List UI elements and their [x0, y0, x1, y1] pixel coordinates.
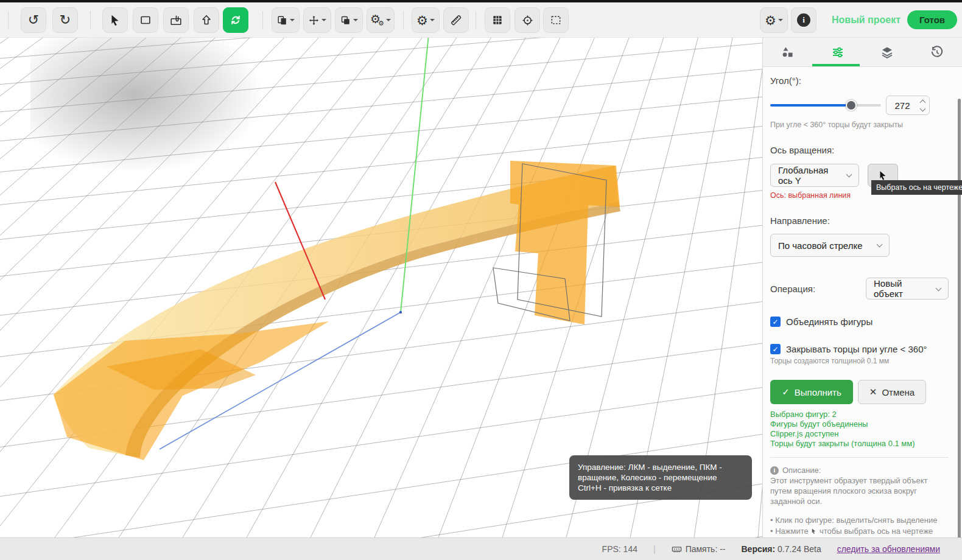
bullet2-prefix: Нажмите — [775, 527, 809, 536]
pages-icon — [276, 15, 288, 26]
tab-history[interactable] — [912, 38, 962, 66]
angle-number-input[interactable]: 272 — [886, 96, 930, 115]
bullet-item: Нажмите чтобы выбрать ось на чертеже — [770, 526, 949, 537]
cancel-button[interactable]: ✕ Отмена — [858, 380, 926, 404]
measure-tool-button[interactable] — [443, 7, 469, 33]
description-title: Описание: — [782, 465, 821, 475]
operation-select-value: Новый объект — [874, 278, 930, 299]
description-text: Этот инструмент образует твердый объект … — [770, 475, 949, 506]
chevron-down-icon — [290, 19, 295, 21]
chevron-down-icon — [353, 19, 358, 21]
operation-select[interactable]: Новый объект — [866, 278, 949, 299]
done-button[interactable]: Готов — [907, 10, 957, 29]
chevron-down-icon — [846, 172, 852, 178]
3d-viewport[interactable]: Управление: ЛКМ - выделение, ПКМ - враще… — [0, 38, 762, 537]
operations-menu-button[interactable]: ⚙⚙ — [367, 7, 395, 33]
angle-hint: При угле < 360° торцы будут закрыты — [770, 121, 949, 129]
memory-label: Память: -- — [686, 544, 726, 554]
duplicate-menu-button[interactable] — [335, 7, 363, 33]
tab-layers[interactable] — [863, 38, 913, 66]
main-toolbar: ↺ ↻ — [0, 2, 962, 38]
grid-toggle-button[interactable] — [485, 7, 510, 33]
pick-axis-tooltip: Выбрать ось на чертеже — [871, 180, 962, 195]
box-pin-icon — [169, 13, 183, 27]
bounds-toggle-button[interactable] — [543, 7, 569, 33]
chevron-down-icon — [386, 19, 391, 21]
select-tool-button[interactable] — [102, 7, 128, 33]
status-line: Clipper.js доступен — [770, 429, 949, 439]
operation-label: Операция: — [770, 284, 815, 294]
axis-select-value: Глобальная ось Y — [778, 165, 840, 186]
status-line: Выбрано фигур: 2 — [770, 410, 949, 419]
axis-label: Ось вращения: — [770, 145, 949, 155]
angle-value: 272 — [887, 100, 918, 111]
angle-slider[interactable] — [770, 104, 881, 107]
app-settings-menu-button[interactable]: ⚙ — [760, 7, 788, 33]
move-icon — [308, 15, 320, 26]
layers-icon — [880, 45, 894, 60]
rectangle-tool-button[interactable] — [133, 7, 158, 33]
angle-slider-thumb[interactable] — [846, 100, 857, 111]
info-icon: i — [770, 466, 779, 475]
active-tab-indicator — [812, 64, 860, 66]
gear-icon: ⚙ — [416, 14, 428, 27]
tool-panel: Угол(°): 272 При угле < 360° торцы будут… — [762, 38, 962, 537]
shapes-icon — [781, 45, 795, 60]
toolbar-separator — [262, 11, 263, 29]
cursor-icon — [108, 13, 122, 27]
close-caps-hint: Торцы создаются толщиной 0.1 мм — [770, 357, 949, 365]
move-menu-button[interactable] — [303, 7, 331, 33]
close-caps-checkbox-row[interactable]: ✓ Закрывать торцы при угле < 360° — [770, 344, 949, 354]
angle-spinner[interactable] — [918, 99, 929, 113]
status-bar: FPS: 144 | Память: -- Версия: 0.7.24 Bet… — [0, 537, 962, 560]
checkbox-checked-icon[interactable]: ✓ — [770, 317, 781, 327]
cursor-icon — [877, 170, 888, 181]
origin-toggle-button[interactable] — [514, 7, 540, 33]
check-icon: ✓ — [782, 387, 790, 397]
memory-icon — [672, 545, 682, 554]
sketch-pin-tool-button[interactable] — [163, 7, 189, 33]
crosshair-icon — [521, 14, 534, 27]
tab-settings-active[interactable] — [813, 38, 863, 66]
close-icon: ✕ — [869, 387, 877, 397]
tab-shapes[interactable] — [763, 38, 813, 66]
revolve-tool-button[interactable] — [223, 7, 248, 33]
section-divider — [770, 457, 949, 458]
execute-button[interactable]: ✓ Выполнить — [770, 380, 853, 404]
chevron-down-icon — [877, 242, 883, 248]
spinner-down-icon[interactable] — [919, 105, 925, 111]
pages-menu-button[interactable] — [272, 7, 300, 33]
dashed-rect-icon — [550, 14, 562, 26]
extrude-tool-button[interactable] — [194, 7, 219, 33]
spinner-up-icon[interactable] — [919, 99, 925, 105]
panel-scrollbar-thumb[interactable] — [958, 99, 961, 559]
grid-icon — [491, 14, 504, 26]
toolbar-separator — [90, 11, 91, 29]
undo-button[interactable]: ↺ — [21, 7, 46, 33]
checkbox-checked-icon[interactable]: ✓ — [770, 344, 781, 354]
version-label: Версия: — [742, 544, 776, 554]
toolbar-separator — [476, 11, 476, 29]
sketch-profile-slab[interactable] — [510, 161, 620, 324]
execute-label: Выполнить — [795, 387, 841, 397]
direction-select[interactable]: По часовой стрелке — [770, 234, 890, 257]
settings-menu-button[interactable]: ⚙ — [412, 7, 440, 33]
sliders-icon — [830, 45, 845, 60]
version-info: Версия: 0.7.24 Beta — [742, 544, 821, 554]
undo-icon: ↺ — [28, 12, 39, 28]
axis-select[interactable]: Глобальная ось Y — [770, 164, 859, 187]
updates-link[interactable]: следить за обновлениями — [837, 544, 940, 554]
merge-shapes-checkbox-row[interactable]: ✓ Объединять фигуры — [770, 317, 949, 327]
rectangle-icon — [139, 13, 152, 27]
info-button[interactable]: i — [791, 7, 816, 33]
fps-counter: FPS: 144 — [602, 544, 637, 554]
status-line: Торцы будут закрыты (толщина 0.1 мм) — [770, 439, 949, 449]
chevron-down-icon — [936, 285, 942, 292]
controls-tooltip-line1: Управление: ЛКМ - выделение, ПКМ - враще… — [578, 462, 743, 483]
redo-button[interactable]: ↻ — [52, 7, 78, 33]
operation-status: Выбрано фигур: 2 Фигуры будут объединены… — [770, 410, 949, 449]
cursor-icon — [810, 528, 817, 534]
redo-icon: ↻ — [60, 12, 71, 28]
project-title: Новый проект — [832, 2, 901, 38]
shape-left-cap[interactable] — [54, 321, 329, 460]
